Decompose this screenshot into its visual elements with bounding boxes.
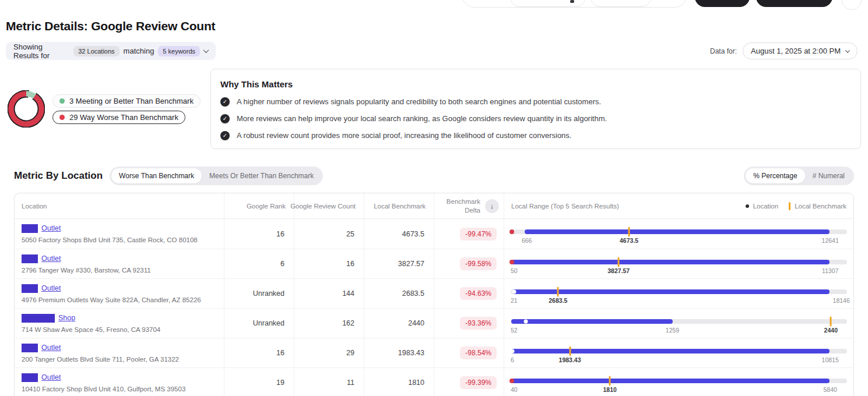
legend-location: Location (746, 203, 778, 210)
results-filter-dropdown[interactable]: Showing Results for 32 Locations matchin… (6, 42, 216, 60)
date-dropdown[interactable]: August 1, 2025 at 2:00 PM (743, 43, 858, 59)
toolbar-button-1-partial[interactable] (510, 0, 586, 7)
benchmark-delta-cell: -93.36% (434, 309, 504, 338)
location-address: 10410 Factory Shop Blvd Unit 410, Gulfpo… (22, 386, 217, 393)
date-dropdown-value: August 1, 2025 at 2:00 PM (751, 47, 841, 55)
benchmark-delta-cell: -94.63% (434, 279, 504, 308)
review-count-cell: 144 (294, 279, 364, 308)
benchmark-tick (628, 227, 630, 237)
range-bar (511, 379, 830, 383)
location-link[interactable]: Outlet (41, 373, 61, 381)
benchmark-delta-badge: -99.58% (460, 257, 497, 270)
location-name-redaction (22, 224, 38, 233)
range-labels: 6664673.512641 (511, 237, 847, 244)
review-count-cell: 29 (294, 338, 364, 367)
location-link[interactable]: Outlet (41, 254, 61, 263)
location-cell: Outlet 4976 Premium Outlets Way Suite 82… (15, 279, 224, 308)
location-name-line: Outlet (22, 373, 217, 382)
table-row: Outlet 2796 Tanger Way #330, Barstow, CA… (15, 249, 853, 278)
range-track (511, 349, 847, 353)
google-rank-cell: 16 (224, 338, 294, 367)
location-link[interactable]: Outlet (41, 224, 61, 232)
benchmark-tick (609, 376, 611, 386)
toolbar-button-2-partial[interactable] (591, 0, 651, 7)
location-name-redaction (22, 373, 38, 382)
location-link[interactable]: Outlet (41, 284, 61, 292)
table-row: Outlet 200 Tanger Outlets Blvd Suite 711… (15, 338, 853, 367)
local-range-cell: 6664673.512641 (504, 219, 853, 249)
column-header-google-rank: Google Rank (224, 193, 294, 218)
location-dot-icon (746, 204, 749, 208)
range-label: 52 (511, 327, 518, 334)
tab-meets-or-better[interactable]: Meets Or Better Than Benchmark (202, 168, 321, 183)
range-labels: 4018105840 (511, 386, 847, 393)
location-address: 4976 Premium Outlets Way Suite 822A, Cha… (22, 296, 217, 303)
page: Metric Details: Google Review Count Show… (0, 0, 868, 396)
range-bar (525, 229, 830, 234)
check-circle-icon: ✓ (220, 131, 230, 140)
locations-count-badge: 32 Locations (73, 46, 119, 56)
metric-by-location-row: Metric By Location Worse Than Benchmark … (14, 167, 854, 185)
table-body: Outlet 5050 Factory Shops Blvd Unit 735,… (15, 219, 853, 396)
google-rank-cell: 6 (224, 249, 294, 278)
google-rank-cell: Unranked (224, 279, 294, 308)
toolbar-dark-button-1-partial[interactable] (695, 0, 750, 7)
local-benchmark-cell: 3827.57 (364, 249, 434, 278)
benchmark-summary: 3 Meeting or Better Than Benchmark 29 Wa… (8, 69, 210, 149)
location-name-redaction (22, 284, 38, 293)
benchmark-delta-badge: -94.63% (460, 287, 497, 300)
range-labels: 61983.4310815 (511, 356, 847, 363)
benchmark-delta-label: Benchmark Delta (441, 197, 480, 214)
range-labels: 212683.518146 (511, 297, 847, 304)
local-benchmark-cell: 2440 (364, 309, 434, 338)
location-link[interactable]: Outlet (41, 344, 61, 352)
red-dot-icon (59, 115, 65, 120)
range-label: 6 (511, 356, 514, 363)
page-title: Metric Details: Google Review Count (6, 19, 868, 33)
range-label: 5840 (823, 386, 837, 393)
benchmark-delta-badge: -93.36% (460, 317, 497, 330)
location-link[interactable]: Shop (58, 314, 75, 322)
local-benchmark-cell: 1983.43 (364, 338, 434, 367)
location-value-dot (509, 229, 514, 234)
legend-local-benchmark: Local Benchmark (789, 202, 846, 210)
better-than-benchmark-badge[interactable]: 3 Meeting or Better Than Benchmark (52, 94, 201, 108)
local-benchmark-cell: 2683.5 (364, 279, 434, 308)
toggle-numeral[interactable]: # Numeral (805, 168, 852, 183)
toolbar-icon-partial (570, 0, 574, 3)
column-header-review-count: Google Review Count (294, 193, 364, 218)
location-name-line: Outlet (22, 343, 217, 352)
benchmark-tick (618, 257, 620, 267)
location-address: 2796 Tanger Way #330, Barstow, CA 92311 (22, 267, 217, 274)
toolbar-dark-button-2-partial[interactable] (756, 0, 832, 7)
google-rank-cell: 16 (224, 219, 294, 249)
tab-worse-than-benchmark[interactable]: Worse Than Benchmark (111, 168, 202, 183)
range-bar (512, 289, 830, 294)
why-this-matters-title: Why This Matters (220, 79, 851, 89)
why-point: ✓ A higher number of reviews signals pop… (220, 97, 851, 107)
location-name-line: Outlet (22, 284, 217, 293)
range-track (511, 319, 847, 324)
location-cell: Outlet 10410 Factory Shop Blvd Unit 410,… (15, 368, 224, 396)
toolbar-icon-button-partial[interactable] (842, 0, 862, 10)
keywords-count-badge: 5 keywords (158, 46, 200, 56)
location-value-dot (523, 320, 528, 324)
toggle-percentage[interactable]: % Percentage (746, 168, 804, 183)
filter-connector-label: matching (124, 47, 154, 55)
range-bar (511, 260, 830, 264)
sort-descending-button[interactable]: ↓ (485, 199, 499, 213)
range-track (511, 379, 847, 383)
location-name-line: Outlet (22, 254, 217, 263)
why-point-text: A robust review count provides more soci… (237, 131, 571, 140)
benchmark-delta-cell: -98.54% (434, 338, 504, 367)
data-for-group: Data for: August 1, 2025 at 2:00 PM (710, 43, 858, 59)
table-header: Location Google Rank Google Review Count… (15, 193, 853, 219)
google-rank-cell: Unranked (224, 309, 294, 338)
review-count-cell: 16 (294, 249, 364, 278)
check-circle-icon: ✓ (220, 97, 230, 107)
range-legend: Location Local Benchmark (746, 202, 846, 210)
worse-than-benchmark-badge[interactable]: 29 Way Worse Than Benchmark (52, 111, 185, 124)
location-name-redaction (22, 254, 38, 263)
range-track (511, 229, 847, 234)
range-label: 666 (522, 237, 532, 244)
